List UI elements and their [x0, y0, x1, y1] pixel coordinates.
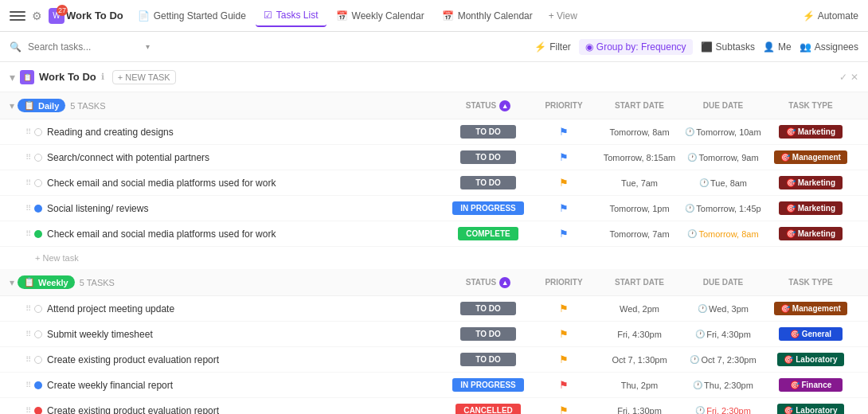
- task-row[interactable]: ⠿ Check email and social media platforms…: [0, 221, 868, 247]
- drag-handle[interactable]: ⠿: [25, 355, 31, 364]
- status-badge[interactable]: TO DO: [460, 353, 516, 366]
- drag-handle[interactable]: ⠿: [25, 229, 31, 238]
- task-row[interactable]: ⠿ Attend project meeting update TO DO ⚑ …: [0, 296, 868, 322]
- add-view-button[interactable]: + View: [542, 6, 584, 26]
- group-daily-badge[interactable]: 📋 Daily: [18, 99, 65, 112]
- task-priority[interactable]: ⚑: [532, 228, 596, 240]
- task-due-date: 🕐 Fri, 2:30pm: [683, 406, 763, 415]
- me-button[interactable]: 👤 Me: [763, 41, 792, 53]
- task-name: Check email and social media platforms u…: [47, 228, 444, 240]
- task-priority[interactable]: ⚑: [532, 379, 596, 391]
- status-badge[interactable]: IN PROGRESS: [452, 378, 523, 392]
- col-header-status: STATUS ▲: [444, 100, 532, 111]
- info-icon[interactable]: ℹ: [101, 72, 104, 82]
- drag-handle[interactable]: ⠿: [25, 381, 31, 389]
- task-priority[interactable]: ⚑: [532, 404, 596, 414]
- task-row[interactable]: ⠿ Submit weekly timesheet TO DO ⚑ Fri, 4…: [0, 322, 868, 347]
- status-badge[interactable]: COMPLETE: [458, 227, 518, 240]
- task-color-dot: [34, 230, 42, 238]
- task-start-date: Tomorrow, 7am: [596, 229, 683, 239]
- status-badge[interactable]: CANCELLED: [456, 404, 521, 414]
- gear-icon[interactable]: ⚙: [32, 10, 42, 22]
- drag-handle[interactable]: ⠿: [25, 304, 31, 313]
- task-name: Search/connect with potential partners: [47, 152, 444, 163]
- add-daily-task[interactable]: + New task: [0, 247, 868, 269]
- task-row[interactable]: ⠿ Create weekly financial report IN PROG…: [0, 373, 868, 398]
- task-priority[interactable]: ⚑: [532, 151, 596, 163]
- group-weekly-badge[interactable]: 📋 Weekly: [18, 275, 75, 289]
- priority-flag-icon: ⚑: [559, 379, 569, 391]
- task-status[interactable]: TO DO: [444, 327, 532, 341]
- tab-weekly-calendar[interactable]: 📅 Weekly Calendar: [328, 6, 432, 26]
- task-row[interactable]: ⠿ Create existing product evaluation rep…: [0, 398, 868, 414]
- task-status[interactable]: TO DO: [444, 176, 532, 189]
- status-sort-icon[interactable]: ▲: [499, 100, 510, 111]
- task-type: 🎯 Management: [763, 302, 858, 315]
- status-badge[interactable]: TO DO: [460, 176, 516, 189]
- workspace-title: Work To Do: [66, 10, 123, 21]
- task-row[interactable]: ⠿ Create existing product evaluation rep…: [0, 347, 868, 373]
- drag-handle[interactable]: ⠿: [25, 330, 31, 338]
- new-task-button[interactable]: + NEW TASK: [112, 70, 176, 84]
- status-sort-icon-weekly[interactable]: ▲: [499, 277, 510, 288]
- tab-getting-started[interactable]: 📄 Getting Started Guide: [130, 6, 254, 26]
- task-row[interactable]: ⠿ Social listening/ reviews IN PROGRESS …: [0, 196, 868, 221]
- group-weekly-icon: 📋: [24, 277, 35, 287]
- task-status[interactable]: TO DO: [444, 353, 532, 366]
- task-priority[interactable]: ⚑: [532, 126, 596, 138]
- drag-handle[interactable]: ⠿: [25, 127, 31, 136]
- task-priority[interactable]: ⚑: [532, 303, 596, 314]
- task-priority[interactable]: ⚑: [532, 177, 596, 189]
- group-daily-collapse[interactable]: ▾: [10, 100, 14, 111]
- hamburger-menu[interactable]: [10, 8, 25, 24]
- task-priority[interactable]: ⚑: [532, 353, 596, 365]
- search-icon: 🔍: [10, 41, 22, 53]
- tab-monthly-calendar-label: Monthly Calendar: [458, 10, 533, 21]
- assignees-button[interactable]: 👥 Assignees: [800, 41, 858, 53]
- drag-handle[interactable]: ⠿: [25, 406, 31, 414]
- task-type: 🎯 Marketing: [763, 176, 858, 189]
- project-collapse-button[interactable]: ▾: [10, 71, 15, 84]
- tab-monthly-calendar[interactable]: 📅 Monthly Calendar: [434, 6, 541, 26]
- task-status[interactable]: COMPLETE: [444, 227, 532, 240]
- automate-button[interactable]: ⚡ Automate: [803, 10, 858, 21]
- status-badge[interactable]: TO DO: [460, 327, 516, 341]
- task-status[interactable]: IN PROGRESS: [444, 201, 532, 215]
- task-status[interactable]: IN PROGRESS: [444, 378, 532, 392]
- group-by-button[interactable]: ◉ Group by: Frequency: [579, 39, 693, 55]
- task-priority[interactable]: ⚑: [532, 202, 596, 214]
- search-chevron-icon[interactable]: ▾: [146, 42, 150, 51]
- task-row[interactable]: ⠿ Search/connect with potential partners…: [0, 145, 868, 170]
- drag-handle[interactable]: ⠿: [25, 153, 31, 162]
- task-status[interactable]: TO DO: [444, 302, 532, 315]
- task-type: 🎯 Finance: [763, 378, 858, 392]
- priority-flag-icon: ⚑: [559, 177, 569, 189]
- task-due-date: 🕐 Wed, 3pm: [683, 304, 763, 314]
- task-name: Check email and social media platforms u…: [47, 178, 444, 189]
- task-status[interactable]: CANCELLED: [444, 404, 532, 414]
- task-status[interactable]: TO DO: [444, 125, 532, 139]
- nav-left: ⚙ 27 W Work To Do 📄 Getting Started Guid…: [10, 5, 800, 27]
- task-name: Attend project meeting update: [47, 303, 444, 314]
- status-badge[interactable]: IN PROGRESS: [452, 201, 523, 215]
- task-status[interactable]: TO DO: [444, 150, 532, 164]
- status-badge[interactable]: TO DO: [460, 125, 516, 139]
- search-input[interactable]: [28, 41, 139, 53]
- task-priority[interactable]: ⚑: [532, 328, 596, 340]
- task-name: Create existing product evaluation repor…: [47, 354, 444, 365]
- subtasks-button[interactable]: ⬛ Subtasks: [701, 41, 755, 53]
- project-header-right: ✓ ✕: [839, 72, 858, 83]
- group-weekly-collapse[interactable]: ▾: [10, 277, 14, 288]
- group-icon: ◉: [585, 41, 593, 53]
- filter-button[interactable]: ⚡ Filter: [534, 41, 571, 53]
- task-row[interactable]: ⠿ Reading and creating designs TO DO ⚑ T…: [0, 119, 868, 145]
- drag-handle[interactable]: ⠿: [25, 204, 31, 213]
- status-badge[interactable]: TO DO: [460, 150, 516, 164]
- drag-handle[interactable]: ⠿: [25, 178, 31, 187]
- status-badge[interactable]: TO DO: [460, 302, 516, 315]
- task-name: Create weekly financial report: [47, 380, 444, 391]
- col-header-start: START DATE: [596, 101, 683, 110]
- tab-tasks-list[interactable]: ☑ Tasks List: [256, 5, 326, 27]
- group-weekly-count: 5 TASKS: [80, 278, 115, 287]
- task-row[interactable]: ⠿ Check email and social media platforms…: [0, 170, 868, 196]
